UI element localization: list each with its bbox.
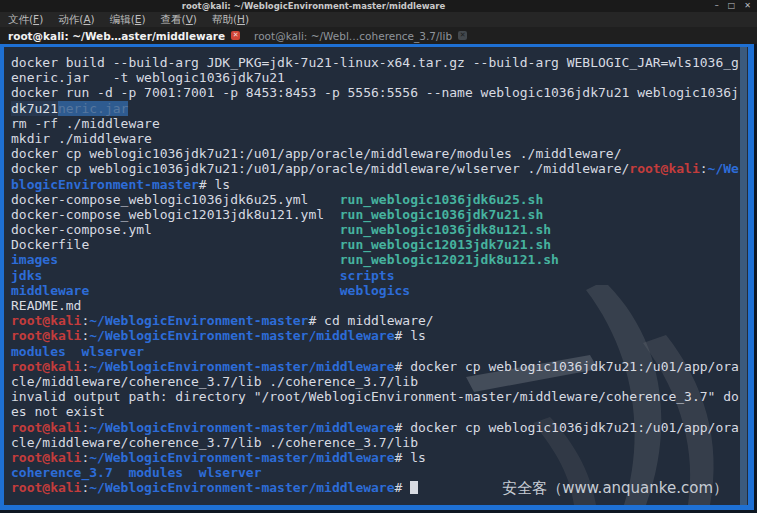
terminal-text-segment [89,283,339,298]
tabbar: root@kali: ~/Web…aster/middleware✕root@k… [0,27,757,44]
terminal-text-segment: coherence_3.7 [11,465,113,480]
terminal-text-segment [42,268,339,283]
terminal-text-segment: ~/WeblogicEnvironment-master/middleware [89,450,394,465]
terminal-line: docker build --build-arg JDK_PKG=jdk-7u2… [11,55,748,70]
terminal-line: docker-compose_weblogic1036jdk6u25.yml r… [11,192,748,207]
terminal-line: cle/middleware/coherence_3.7/lib ./coher… [11,435,748,450]
terminal-text-segment: wlserver [199,465,262,480]
terminal-text-segment: dk7u21 [11,101,58,116]
terminal-text-segment: docker-compose_weblogic12013jdk8u121.yml [11,207,340,222]
terminal-text-segment: modules [11,344,66,359]
terminal-text-segment: docker run -d -p 7001:7001 -p 8453:8453 … [11,85,739,100]
terminal-line: root@kali:~/WeblogicEnvironment-master# … [11,313,748,328]
terminal-text-segment: images [11,252,58,267]
terminal-line: root@kali:~/WeblogicEnvironment-master/m… [11,359,748,374]
window-controls: – □ ✕ [715,0,751,12]
terminal-text-segment: # ls [395,328,426,343]
terminal-line: cle/middleware/coherence_3.7/lib ./coher… [11,374,748,389]
terminal-text-segment: # docker cp weblogic1036jdk7u21:/u01/app… [395,359,739,374]
terminal-text-segment [183,465,199,480]
terminal-cursor [410,481,418,494]
terminal-line: dk7u21neric.jar [11,101,748,116]
terminal-text-segment [113,465,129,480]
terminal-text-segment: ~/We [708,161,739,176]
terminal-line: middleware weblogics [11,283,748,298]
terminal-text-segment [66,344,82,359]
menu-item[interactable]: 帮助(H) [212,13,249,27]
terminal-text-segment: run_weblogic12013jdk7u21.sh [340,237,551,252]
terminal-text-segment: scripts [340,268,395,283]
terminal-text-segment: # ls [395,450,426,465]
terminal-text-segment: docker cp weblogic1036jdk7u21:/u01/app/o… [11,146,621,161]
terminal-line: root@kali:~/WeblogicEnvironment-master/m… [11,420,748,435]
terminal-text-segment: invalid output path: directory "/root/We… [11,389,739,404]
menu-item[interactable]: 文件(F) [8,13,43,27]
terminal-line: coherence_3.7 modules wlserver [11,465,748,480]
terminal-text-segment: # [395,480,411,495]
terminal-text-segment: : [700,161,708,176]
terminal-line: jdks scripts [11,268,748,283]
terminal-text-segment: blogicEnvironment-master [11,177,199,192]
close-button[interactable]: ✕ [744,0,751,12]
terminal-text-segment: ~/WeblogicEnvironment-master/middleware [89,328,394,343]
terminal-line: docker-compose.yml run_weblogic1036jdk8u… [11,222,748,237]
terminal-text-segment: ~/WeblogicEnvironment-master/middleware [89,420,394,435]
maximize-button[interactable]: □ [728,0,736,12]
terminal-text-segment: root@kali [11,359,81,374]
terminal-frame: docker build --build-arg JDK_PKG=jdk-7u2… [0,44,754,510]
tab-inactive[interactable]: root@kali: ~/Webl…coherence_3.7/lib✕ [254,27,481,44]
terminal-text-segment: ~/WeblogicEnvironment-master/middleware [89,480,394,495]
terminal-text-segment: root@kali [11,420,81,435]
terminal-line: images run_weblogic12021jdk8u121.sh [11,252,748,267]
terminal-line: docker run -d -p 7001:7001 -p 8453:8453 … [11,85,748,100]
terminal-text-segment: eneric.jar -t weblogic1036jdk7u21 . [11,70,301,85]
close-tab-icon[interactable]: ✕ [231,31,240,40]
terminal-text-segment: cle/middleware/coherence_3.7/lib ./coher… [11,435,418,450]
terminal-text-segment: modules [128,465,183,480]
terminal-scrollbar[interactable] [740,47,747,505]
terminal-line: invalid output path: directory "/root/We… [11,389,748,404]
terminal-text-segment: root@kali [11,450,81,465]
terminal-text-segment: jdks [11,268,42,283]
terminal-text-segment: run_weblogic1036jdk6u25.sh [340,192,544,207]
terminal-text-segment: middleware [11,283,89,298]
terminal-text-segment: run_weblogic1036jdk7u21.sh [340,207,544,222]
terminal-text-segment: weblogics [340,283,410,298]
terminal-text-segment: rm -rf ./middleware [11,116,160,131]
terminal-text-segment: root@kali [11,328,81,343]
titlebar: root@kali: ~/WeblogicEnvironment-master/… [0,0,757,12]
window-title: root@kali: ~/WeblogicEnvironment-master/… [182,1,446,11]
terminal-line: eneric.jar -t weblogic1036jdk7u21 . [11,70,748,85]
terminal-line: blogicEnvironment-master# ls [11,177,748,192]
terminal-text-segment: neric.jar [58,101,128,116]
menu-item[interactable]: 编辑(E) [110,13,146,27]
terminal-text-segment: es not exist [11,404,105,419]
minimize-button[interactable]: – [715,0,719,12]
menu-item[interactable]: 查看(V) [161,13,197,27]
close-tab-icon[interactable]: ✕ [458,31,467,40]
menu-item[interactable]: 动作(A) [58,13,94,27]
terminal-line: docker cp weblogic1036jdk7u21:/u01/app/o… [11,146,748,161]
terminal-line: root@kali:~/WeblogicEnvironment-master/m… [11,450,748,465]
terminal-text-segment: cle/middleware/coherence_3.7/lib ./coher… [11,374,418,389]
terminal-text-segment [58,252,340,267]
menubar: 文件(F)动作(A)编辑(E)查看(V)帮助(H) [0,12,757,27]
terminal-line: rm -rf ./middleware [11,116,748,131]
terminal-line: es not exist [11,404,748,419]
terminal-output[interactable]: docker build --build-arg JDK_PKG=jdk-7u2… [4,47,748,505]
terminal-text-segment: root@kali [11,313,81,328]
terminal-line: Dockerfile run_weblogic12013jdk7u21.sh [11,237,748,252]
terminal-line: README.md [11,298,748,313]
terminal-window: root@kali: ~/WeblogicEnvironment-master/… [0,0,757,513]
terminal-line: docker cp weblogic1036jdk7u21:/u01/app/o… [11,161,748,176]
tab-active[interactable]: root@kali: ~/Web…aster/middleware✕ [8,27,254,44]
terminal-text-segment: README.md [11,298,81,313]
terminal-text-segment: # ls [199,177,230,192]
terminal-text-segment: ~/WeblogicEnvironment-master/middleware [89,359,394,374]
terminal-line: mkdir ./middleware [11,131,748,146]
terminal-text-segment: root@kali [629,161,699,176]
terminal-line: docker-compose_weblogic12013jdk8u121.yml… [11,207,748,222]
terminal-text-segment: docker build --build-arg JDK_PKG=jdk-7u2… [11,55,739,70]
tab-label: root@kali: ~/Webl…coherence_3.7/lib [254,30,452,42]
terminal-text-segment: ~/WeblogicEnvironment-master [89,313,308,328]
